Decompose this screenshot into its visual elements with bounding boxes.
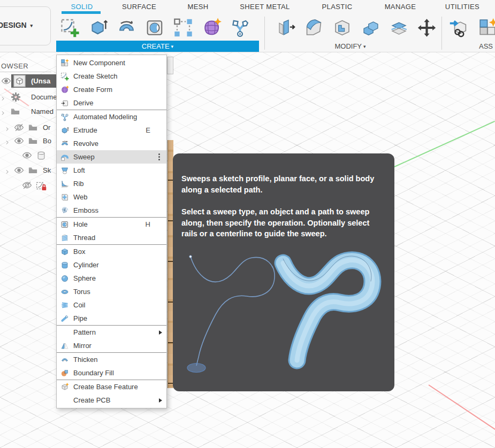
eye-visible-icon[interactable] [22,150,32,160]
split-body-button[interactable] [387,16,410,40]
tooltip-paragraph: Select a sweep type, an object and a pat… [181,206,377,240]
menu-item-cylinder[interactable]: Cylinder [57,258,166,272]
eye-hidden-icon[interactable] [14,122,24,133]
ribbon: SOLIDSURFACEMESHSHEET METALPLASTICMANAGE… [0,0,495,52]
shortcut-key: E [146,126,150,134]
shell-button[interactable] [330,16,354,40]
menu-item-revolve[interactable]: Revolve [57,137,166,150]
menu-item-rib[interactable]: Rib [57,177,166,190]
create-form-button[interactable] [200,16,223,40]
browser-row-label: Named [31,107,54,115]
menu-item-label: Web [73,193,88,201]
menu-item-label: Boundary Fill [73,369,114,377]
fillet-button[interactable] [302,16,325,40]
menu-item-derive[interactable]: Derive [57,96,166,110]
pattern-button[interactable] [171,16,195,40]
submenu-arrow-icon [159,330,162,335]
browser-row-sketch-locked[interactable] [0,179,56,192]
press-pull-button[interactable] [273,16,297,40]
chevron-right-icon[interactable] [0,109,6,114]
menu-item-mirror[interactable]: Mirror [57,339,166,352]
menu-item-label: Revolve [73,140,98,148]
menu-item-extrude[interactable]: ExtrudeE [57,123,166,137]
folder-icon [28,165,38,175]
menu-item-torus[interactable]: Torus [57,285,166,298]
menu-item-create-sketch[interactable]: Create Sketch [57,69,166,83]
menu-item-create-form[interactable]: Create Form [57,83,166,96]
browser-row-label: Docume [31,93,57,101]
browser-row-docume[interactable]: Docume [0,90,56,104]
menu-item-coil[interactable]: Coil [57,298,166,312]
tab-plastic[interactable]: PLASTIC [322,3,353,11]
menu-item-pattern[interactable]: Pattern [57,326,166,339]
browser-row-cylinder-body[interactable] [0,149,56,162]
browser-row-unsa[interactable]: (Unsa [0,74,56,88]
menu-scroll-stub[interactable] [167,57,173,74]
modify-dropdown-header[interactable]: MODIFY▾ [259,41,441,52]
menu-item-automated-modeling[interactable]: Automated Modeling [57,110,166,123]
assemble-group-label[interactable]: ASS [479,41,495,52]
create-sketch-icon [60,17,80,38]
tab-mesh[interactable]: MESH [187,3,208,11]
menu-item-hole[interactable]: HoleH [57,218,166,231]
revolve-button[interactable] [115,16,138,40]
move-button[interactable] [415,16,438,40]
tab-sheet-metal[interactable]: SHEET METAL [240,3,290,11]
eye-visible-icon[interactable] [1,76,11,86]
menu-item-label: Box [73,248,85,256]
browser-row-or[interactable]: Or [0,121,56,134]
browser-row-bo[interactable]: Bo [0,134,56,148]
eye-visible-icon[interactable] [14,136,24,146]
menu-item-new-component[interactable]: New Component [57,56,166,69]
menu-item-sphere[interactable]: Sphere [57,272,166,285]
menu-item-thread[interactable]: Thread [57,231,166,244]
move-icon [417,17,437,38]
tab-manage[interactable]: MANAGE [385,3,416,11]
browser-row-named[interactable]: Named [0,105,56,118]
menu-item-label: Create Form [73,86,112,94]
fusion-360-app: SOLIDSURFACEMESHSHEET METALPLASTICMANAGE… [0,0,495,448]
menu-item-create-base-feature[interactable]: Create Base Feature [57,380,166,393]
insert-button[interactable] [446,16,470,40]
thread-icon [60,234,69,242]
tab-utilities[interactable]: UTILITIES [445,3,479,11]
derive-icon [60,99,69,107]
automated-modeling-button[interactable] [228,16,252,40]
menu-item-emboss[interactable]: Emboss [57,204,166,217]
automated-modeling-icon [60,113,69,121]
combine-button[interactable] [359,16,382,40]
menu-item-label: Pipe [73,314,87,322]
eye-visible-icon[interactable] [14,165,24,175]
browser-row-sk[interactable]: Sk [0,164,56,177]
chevron-right-icon[interactable] [4,167,10,173]
torus-icon [60,288,69,296]
menu-item-label: Thicken [73,356,98,364]
menu-item-loft[interactable]: Loft [57,164,166,177]
chevron-right-icon[interactable] [4,138,10,144]
new-component-button[interactable] [476,16,495,40]
shortcut-key: H [146,220,150,228]
rib-icon [60,180,69,188]
create-sketch-button[interactable] [58,16,81,40]
design-type-selector[interactable]: DESIGN ▾ [0,6,51,45]
extrude-button[interactable] [86,16,110,40]
menu-item-web[interactable]: Web [57,190,166,204]
eye-hidden-icon[interactable] [22,180,32,190]
chevron-right-icon[interactable] [4,125,10,130]
caret-down-icon: ▾ [31,23,33,28]
menu-item-boundary-fill[interactable]: Boundary Fill [57,366,166,380]
cylinder-body-icon [36,150,47,161]
kebab-menu-icon[interactable] [158,153,160,160]
menu-item-create-pcb[interactable]: Create PCB [57,393,166,407]
menu-item-pipe[interactable]: Pipe [57,312,166,325]
menu-item-sweep[interactable]: Sweep [57,150,166,164]
menu-item-label: Derive [73,99,94,107]
menu-item-thicken[interactable]: Thicken [57,353,166,366]
hole-button[interactable] [143,16,166,40]
create-dropdown-header[interactable]: CREATE▾ [56,41,259,52]
tab-surface[interactable]: SURFACE [122,3,156,11]
menu-item-box[interactable]: Box [57,245,166,258]
chevron-right-icon[interactable] [0,94,6,100]
menu-item-label: Create Base Feature [73,383,138,391]
tab-solid[interactable]: SOLID [71,3,93,11]
